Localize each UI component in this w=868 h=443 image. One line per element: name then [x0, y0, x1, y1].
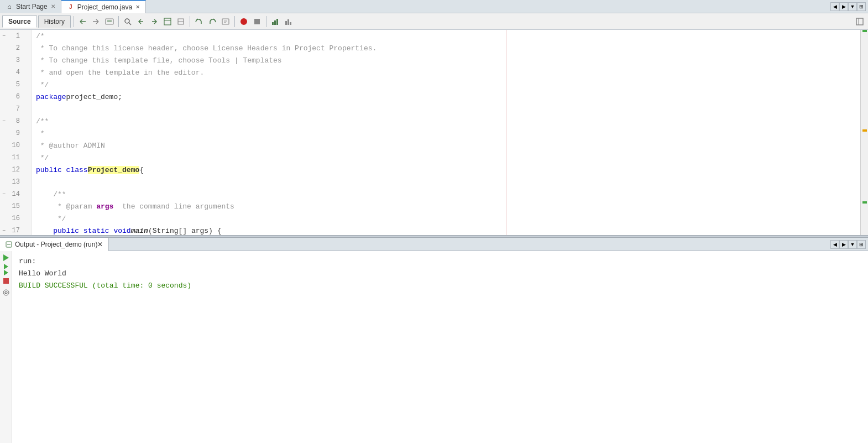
- toggle-btn[interactable]: [175, 15, 187, 28]
- history-tab[interactable]: History: [38, 15, 71, 28]
- settings-icon: [2, 289, 10, 296]
- svg-rect-3: [164, 18, 171, 25]
- svg-rect-14: [287, 19, 289, 25]
- code-line-2: * To change this license header, choose …: [32, 42, 860, 54]
- undo-btn[interactable]: [193, 15, 205, 28]
- code-line-14: /**: [32, 188, 860, 200]
- ide-window: ⌂ Start Page ✕ J Project_demo.java ✕ ◀ ▶…: [0, 0, 868, 443]
- gutter-line-17: − 17: [0, 225, 31, 235]
- gutter-line-5: 5: [0, 79, 31, 91]
- search-prev-btn[interactable]: [135, 15, 147, 28]
- tab-project-demo[interactable]: J Project_demo.java ✕: [61, 0, 146, 13]
- output-list-dropdown[interactable]: ▼: [848, 240, 857, 249]
- line-gutter: − 1 2 3 4 5 6 7 − 8 9 10 11 12 13: [0, 30, 32, 235]
- tab-restore[interactable]: ⊞: [857, 2, 866, 11]
- gutter-line-12: 12: [0, 164, 31, 176]
- toolbar-sep-5: [266, 16, 266, 27]
- code-content[interactable]: /* * To change this license header, choo…: [32, 30, 860, 235]
- svg-rect-5: [222, 19, 229, 24]
- output-sidebar: [0, 251, 12, 443]
- output-icon: [6, 241, 12, 248]
- search-next-btn[interactable]: [148, 15, 160, 28]
- code-line-13: [32, 176, 860, 188]
- scrollbar-track: [861, 30, 868, 235]
- redo-btn[interactable]: [206, 15, 218, 28]
- linenum-1: 1: [8, 32, 23, 40]
- back-btn[interactable]: [77, 15, 89, 28]
- stop-btn[interactable]: [238, 15, 250, 28]
- stop-icon: [2, 277, 10, 285]
- code-editor[interactable]: − 1 2 3 4 5 6 7 − 8 9 10 11 12 13: [0, 30, 868, 235]
- close-start-page-icon[interactable]: ✕: [51, 3, 55, 9]
- svg-point-20: [5, 291, 7, 294]
- output-tab-label: Output - Project_demo (run): [15, 241, 97, 248]
- gutter-line-8: − 8: [0, 115, 31, 127]
- svg-rect-12: [276, 19, 278, 25]
- tab-nav-controls: ◀ ▶ ▼ ⊞: [830, 2, 868, 11]
- toolbar-sep-2: [118, 16, 119, 27]
- editor-section: − 1 2 3 4 5 6 7 − 8 9 10 11 12 13: [0, 30, 868, 235]
- btn-up-alt[interactable]: [103, 15, 116, 28]
- comment-btn[interactable]: [219, 15, 232, 28]
- svg-point-8: [240, 18, 247, 25]
- gutter-line-9: 9: [0, 127, 31, 139]
- gutter-line-3: 3: [0, 54, 31, 66]
- output-nav-controls: ◀ ▶ ▼ ⊞: [830, 240, 868, 249]
- output-restore[interactable]: ⊞: [857, 240, 866, 249]
- code-line-5: */: [32, 79, 860, 91]
- code-line-8: /**: [32, 115, 860, 127]
- source-toolbar: Source History: [0, 13, 868, 30]
- run-all-btn[interactable]: [2, 265, 11, 274]
- gutter-line-13: 13: [0, 176, 31, 188]
- svg-point-1: [125, 19, 129, 23]
- code-line-9: *: [32, 127, 860, 139]
- close-output-icon[interactable]: ✕: [97, 241, 103, 248]
- source-tab-label: Source: [8, 18, 31, 25]
- chart2-btn[interactable]: [283, 15, 295, 28]
- code-line-3: * To change this template file, choose T…: [32, 54, 860, 66]
- code-line-6: package project_demo;: [32, 91, 860, 103]
- fold-1[interactable]: −: [0, 33, 8, 39]
- toolbar-sep-1: [74, 16, 74, 27]
- output-nav-right[interactable]: ▶: [839, 240, 848, 249]
- code-line-4: * and open the template in the editor.: [32, 66, 860, 79]
- tab-list-dropdown[interactable]: ▼: [848, 2, 857, 11]
- forward-btn[interactable]: [90, 15, 102, 28]
- output-content-area: run: Hello World BUILD SUCCESSFUL (total…: [0, 251, 868, 443]
- output-tab-bar: Output - Project_demo (run) ✕ ◀ ▶ ▼ ⊞: [0, 238, 868, 251]
- settings-output-btn[interactable]: [2, 288, 11, 297]
- svg-line-2: [129, 23, 131, 25]
- gutter-line-14: − 14: [0, 188, 31, 200]
- code-line-16: */: [32, 212, 860, 225]
- svg-rect-19: [3, 278, 9, 284]
- svg-rect-11: [274, 20, 276, 25]
- tab-start-page[interactable]: ⌂ Start Page ✕: [0, 0, 61, 13]
- square-stop-btn[interactable]: [251, 15, 263, 28]
- stop-output-btn[interactable]: [2, 277, 11, 285]
- search-btn[interactable]: [122, 15, 134, 28]
- gutter-line-10: 10: [0, 139, 31, 152]
- mark-btn[interactable]: [161, 15, 174, 28]
- tab-project-demo-label: Project_demo.java: [77, 3, 132, 11]
- tab-nav-right[interactable]: ▶: [839, 2, 848, 11]
- code-line-7: [32, 103, 860, 115]
- output-tab[interactable]: Output - Project_demo (run) ✕: [0, 238, 109, 251]
- gutter-line-11: 11: [0, 152, 31, 164]
- maximize-btn[interactable]: [854, 15, 866, 28]
- run-btn[interactable]: [2, 253, 11, 262]
- toolbar-sep-4: [234, 16, 235, 27]
- code-lines: /* * To change this license header, choo…: [32, 30, 860, 235]
- source-tab[interactable]: Source: [2, 15, 37, 28]
- chart-btn[interactable]: [269, 15, 281, 28]
- output-nav-left[interactable]: ◀: [830, 240, 839, 249]
- play-icon: [3, 254, 9, 261]
- svg-rect-15: [290, 22, 291, 25]
- svg-rect-0: [106, 19, 113, 24]
- tab-start-page-label: Start Page: [16, 3, 48, 11]
- run-all-icon: [4, 264, 8, 275]
- output-line-1: run:: [19, 256, 861, 268]
- close-project-demo-icon[interactable]: ✕: [135, 4, 140, 10]
- right-scrollbar[interactable]: [860, 30, 868, 235]
- gutter-line-16: 16: [0, 212, 31, 225]
- tab-nav-left[interactable]: ◀: [830, 2, 839, 11]
